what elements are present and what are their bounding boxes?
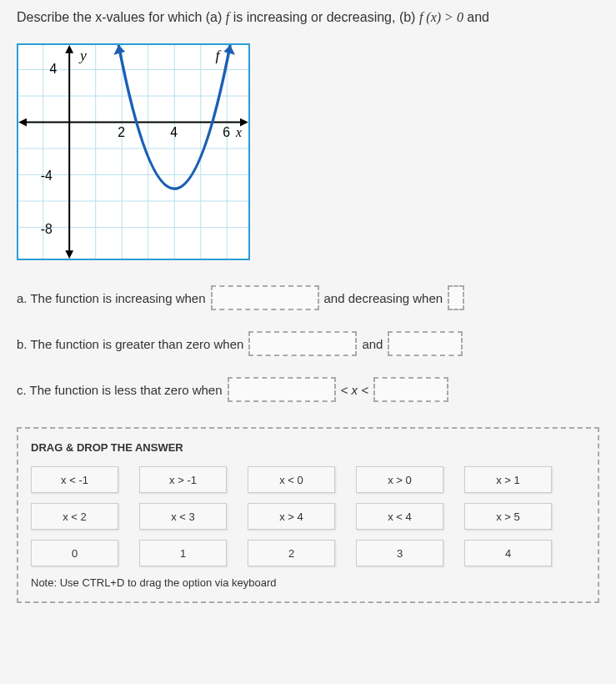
svg-text:-4: -4 xyxy=(41,169,53,184)
tile-x-gt-4[interactable]: x > 4 xyxy=(248,503,335,530)
curve-label: f xyxy=(215,47,221,63)
keyboard-note: Note: Use CTRL+D to drag the option via … xyxy=(31,576,585,589)
tile-x-gt-neg1[interactable]: x > -1 xyxy=(139,466,227,493)
svg-text:6: 6 xyxy=(223,126,230,140)
tile-x-lt-3[interactable]: x < 3 xyxy=(139,503,227,530)
drop-b-gt2[interactable] xyxy=(388,331,463,356)
svg-marker-17 xyxy=(65,45,73,53)
svg-text:4: 4 xyxy=(170,126,178,140)
tile-x-gt-1[interactable]: x > 1 xyxy=(464,466,552,493)
tile-x-gt-0[interactable]: x > 0 xyxy=(356,466,443,493)
graph-svg: y f x 4 -4 -8 2 4 6 xyxy=(18,45,248,259)
drop-c-left[interactable] xyxy=(228,377,336,402)
drop-b-gt1[interactable] xyxy=(248,331,357,356)
part-b-row: b. The function is greater than zero whe… xyxy=(17,331,599,356)
part-c-row: c. The function is less that zero when <… xyxy=(17,377,599,402)
question-text: Describe the x-values for which (a) f is… xyxy=(17,8,599,27)
svg-marker-18 xyxy=(65,251,73,259)
tile-0[interactable]: 0 xyxy=(31,540,118,566)
tile-1[interactable]: 1 xyxy=(139,540,227,566)
tile-2[interactable]: 2 xyxy=(248,540,335,566)
drag-drop-section: DRAG & DROP THE ANSWER x < -1 x > -1 x <… xyxy=(17,427,599,603)
drop-a-increasing[interactable] xyxy=(211,285,319,310)
drop-a-decreasing[interactable] xyxy=(448,285,464,310)
svg-text:4: 4 xyxy=(50,63,58,77)
tile-x-lt-2[interactable]: x < 2 xyxy=(31,503,118,530)
tile-3[interactable]: 3 xyxy=(356,540,443,566)
x-axis-label: x xyxy=(235,126,242,140)
graph-panel: y f x 4 -4 -8 2 4 6 xyxy=(17,43,250,260)
tile-x-lt-neg1[interactable]: x < -1 xyxy=(31,466,118,493)
tile-x-lt-4[interactable]: x < 4 xyxy=(356,503,443,530)
svg-text:2: 2 xyxy=(118,126,125,140)
y-axis-label: y xyxy=(78,47,87,63)
part-a-row: a. The function is increasing when and d… xyxy=(17,285,599,310)
tile-x-lt-0[interactable]: x < 0 xyxy=(248,466,335,493)
drag-title: DRAG & DROP THE ANSWER xyxy=(31,441,585,454)
drop-c-right[interactable] xyxy=(373,377,448,402)
svg-text:-8: -8 xyxy=(41,223,53,237)
tile-4[interactable]: 4 xyxy=(464,540,552,566)
svg-marker-20 xyxy=(18,118,27,127)
tile-x-gt-5[interactable]: x > 5 xyxy=(464,503,552,530)
